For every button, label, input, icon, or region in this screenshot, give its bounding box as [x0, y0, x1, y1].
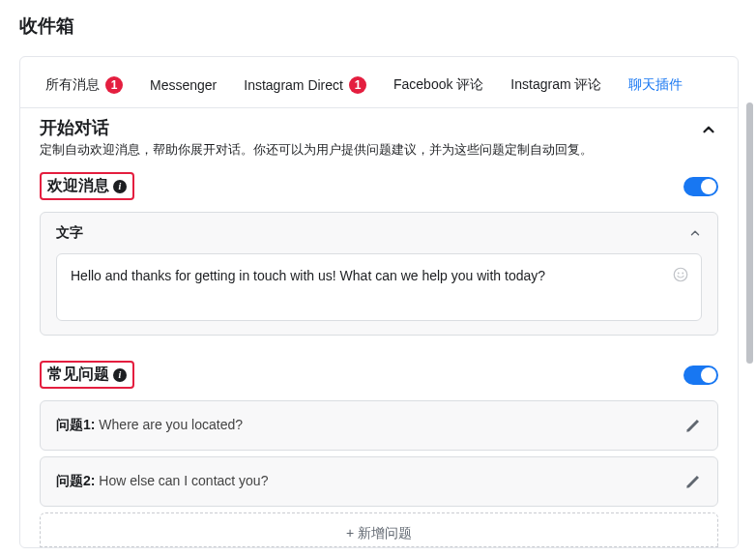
pencil-icon[interactable]	[684, 417, 702, 434]
scrollbar[interactable]	[746, 62, 753, 545]
tab-label: Instagram 评论	[510, 76, 601, 94]
text-header-label: 文字	[56, 224, 83, 242]
tab-label: Messenger	[150, 77, 217, 93]
welcome-message-row: 欢迎消息 i	[20, 162, 738, 206]
tab-label: Instagram Direct	[244, 77, 343, 93]
info-icon[interactable]: i	[113, 368, 127, 382]
tab-label: Facebook 评论	[393, 76, 483, 94]
tab-label: 聊天插件	[628, 76, 683, 94]
q2-label: 问题2:	[56, 473, 99, 488]
section-description: 定制自动欢迎消息，帮助你展开对话。你还可以为用户提供问题建议，并为这些问题定制自…	[40, 141, 593, 159]
tab-instagram-direct[interactable]: Instagram Direct 1	[244, 67, 366, 103]
info-icon[interactable]: i	[113, 180, 127, 193]
tab-messenger[interactable]: Messenger	[150, 68, 217, 102]
add-question-button[interactable]: + 新增问题	[40, 512, 718, 547]
q2-text: How else can I contact you?	[99, 473, 268, 488]
page-title: 收件箱	[0, 0, 756, 39]
tab-all-messages[interactable]: 所有消息 1	[45, 67, 123, 103]
svg-point-1	[678, 273, 680, 275]
welcome-message-text: Hello and thanks for getting in touch wi…	[71, 268, 545, 283]
chevron-up-icon[interactable]	[699, 120, 718, 139]
tab-instagram-comments[interactable]: Instagram 评论	[510, 67, 601, 103]
tab-label: 所有消息	[45, 76, 100, 94]
welcome-text-body: Hello and thanks for getting in touch wi…	[41, 253, 717, 335]
tab-chat-plugin[interactable]: 聊天插件	[628, 67, 683, 103]
welcome-toggle[interactable]	[683, 177, 718, 196]
svg-point-2	[682, 273, 683, 275]
pencil-icon[interactable]	[684, 473, 702, 490]
main-card: 所有消息 1 Messenger Instagram Direct 1 Face…	[19, 56, 739, 548]
tab-content: 开始对话 定制自动欢迎消息，帮助你展开对话。你还可以为用户提供问题建议，并为这些…	[20, 107, 738, 547]
section-start-conversation: 开始对话 定制自动欢迎消息，帮助你展开对话。你还可以为用户提供问题建议，并为这些…	[20, 108, 738, 162]
emoji-icon[interactable]	[672, 266, 689, 283]
faq-toggle[interactable]	[683, 366, 718, 385]
highlight-faq: 常见问题 i	[40, 361, 134, 389]
badge-count: 1	[105, 76, 123, 94]
tab-facebook-comments[interactable]: Facebook 评论	[393, 67, 483, 103]
welcome-title: 欢迎消息	[47, 176, 109, 196]
highlight-welcome: 欢迎消息 i	[40, 172, 134, 200]
badge-count: 1	[349, 76, 366, 94]
chevron-up-icon	[688, 226, 702, 240]
add-question-label: + 新增问题	[346, 525, 412, 541]
svg-point-0	[674, 268, 687, 281]
faq-question-2[interactable]: 问题2: How else can I contact you?	[40, 456, 718, 507]
q1-label: 问题1:	[56, 417, 99, 432]
faq-row: 常见问题 i	[20, 341, 738, 395]
section-title: 开始对话	[40, 116, 593, 139]
scrollbar-thumb[interactable]	[746, 102, 753, 364]
welcome-text-header[interactable]: 文字	[41, 213, 717, 253]
tabs: 所有消息 1 Messenger Instagram Direct 1 Face…	[20, 57, 738, 107]
faq-title: 常见问题	[47, 365, 109, 385]
welcome-text-box: 文字 Hello and thanks for getting in touch…	[40, 212, 718, 336]
welcome-message-input[interactable]: Hello and thanks for getting in touch wi…	[56, 253, 702, 321]
q1-text: Where are you located?	[99, 417, 243, 432]
faq-question-1[interactable]: 问题1: Where are you located?	[40, 400, 718, 451]
